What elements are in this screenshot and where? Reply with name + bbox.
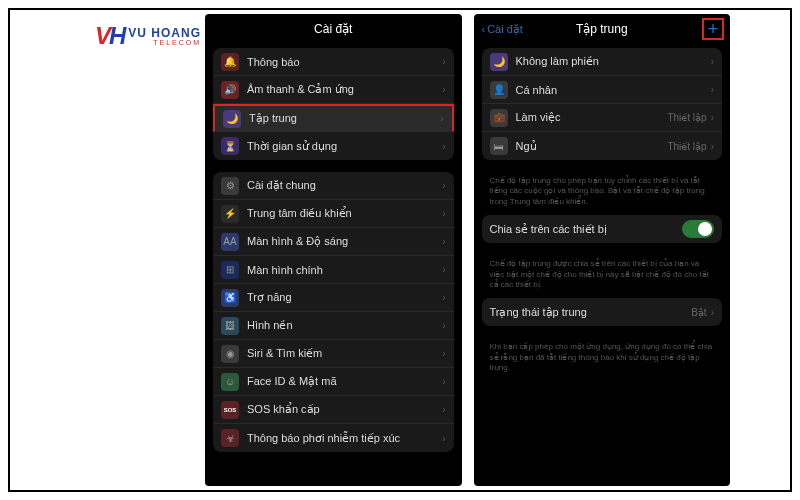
row-label: Không làm phiền <box>516 55 711 68</box>
row-label: Thông báo <box>247 56 442 68</box>
brand-logo: VH VU HOANG TELECOM <box>95 22 201 50</box>
row-icon: 🌙 <box>490 53 508 71</box>
add-button[interactable]: + <box>702 18 724 40</box>
status-row[interactable]: Trạng thái tập trung Bật › <box>482 298 723 326</box>
focus-header: ‹ Cài đặt Tập trung + <box>474 14 731 44</box>
logo-brand: VU HOANG <box>128 27 201 39</box>
row-icon: ⚡ <box>221 205 239 223</box>
settings-row[interactable]: ⚙Cài đặt chung› <box>213 172 454 200</box>
chevron-right-icon: › <box>442 208 445 219</box>
settings-row[interactable]: ☺Face ID & Mật mã› <box>213 368 454 396</box>
chevron-right-icon: › <box>442 236 445 247</box>
settings-screen: Cài đặt 🔔Thông báo›🔊Âm thanh & Cảm ứng›🌙… <box>205 14 462 486</box>
plus-icon: + <box>708 19 719 40</box>
page-title: Cài đặt <box>314 22 352 36</box>
share-row[interactable]: Chia sẻ trên các thiết bị <box>482 215 723 243</box>
settings-row[interactable]: 👤Cá nhân› <box>482 76 723 104</box>
chevron-right-icon: › <box>440 113 443 124</box>
row-label: Màn hình & Độ sáng <box>247 235 442 248</box>
status-description: Khi bạn cấp phép cho một ứng dụng, ứng d… <box>482 338 723 381</box>
row-icon: ⚙ <box>221 177 239 195</box>
settings-row[interactable]: 🔊Âm thanh & Cảm ứng› <box>213 76 454 104</box>
focus-description: Chế độ tập trung cho phép bạn tùy chỉnh … <box>482 172 723 215</box>
row-icon: ⏳ <box>221 137 239 155</box>
settings-row[interactable]: ⚡Trung tâm điều khiển› <box>213 200 454 228</box>
chevron-right-icon: › <box>711 307 714 318</box>
chevron-right-icon: › <box>442 292 445 303</box>
chevron-right-icon: › <box>442 433 445 444</box>
row-icon: 💼 <box>490 109 508 127</box>
status-value: Bật <box>691 307 706 318</box>
row-label: Tập trung <box>249 112 440 125</box>
focus-screen: ‹ Cài đặt Tập trung + 🌙Không làm phiền›👤… <box>474 14 731 486</box>
row-icon: 🖼 <box>221 317 239 335</box>
row-label: Ngủ <box>516 140 668 153</box>
chevron-right-icon: › <box>711 56 714 67</box>
status-label: Trạng thái tập trung <box>490 306 692 319</box>
chevron-right-icon: › <box>442 264 445 275</box>
settings-row[interactable]: 💼Làm việcThiết lập› <box>482 104 723 132</box>
logo-mark: VH <box>95 22 124 50</box>
row-icon: 🔊 <box>221 81 239 99</box>
row-label: Trung tâm điều khiển <box>247 207 442 220</box>
back-button[interactable]: ‹ Cài đặt <box>482 23 523 36</box>
row-icon: 🛏 <box>490 137 508 155</box>
row-label: Cá nhân <box>516 84 711 96</box>
row-icon: ◉ <box>221 345 239 363</box>
settings-row[interactable]: ♿Trợ năng› <box>213 284 454 312</box>
row-value: Thiết lập <box>667 112 706 123</box>
row-icon: 🌙 <box>223 110 241 128</box>
row-label: Trợ năng <box>247 291 442 304</box>
settings-header: Cài đặt <box>205 14 462 44</box>
row-value: Thiết lập <box>667 141 706 152</box>
chevron-right-icon: › <box>442 404 445 415</box>
settings-row[interactable]: ☣Thông báo phơi nhiễm tiếp xúc› <box>213 424 454 452</box>
settings-row[interactable]: 🔔Thông báo› <box>213 48 454 76</box>
row-label: Hình nền <box>247 319 442 332</box>
settings-row[interactable]: 🌙Không làm phiền› <box>482 48 723 76</box>
row-label: Thông báo phơi nhiễm tiếp xúc <box>247 432 442 445</box>
row-icon: ☺ <box>221 373 239 391</box>
row-label: Màn hình chính <box>247 264 442 276</box>
row-icon: 🔔 <box>221 53 239 71</box>
row-icon: AA <box>221 233 239 251</box>
row-label: Âm thanh & Cảm ứng <box>247 83 442 96</box>
settings-row[interactable]: ⏳Thời gian sử dụng› <box>213 132 454 160</box>
chevron-right-icon: › <box>442 141 445 152</box>
settings-row[interactable]: ◉Siri & Tìm kiếm› <box>213 340 454 368</box>
chevron-left-icon: ‹ <box>482 23 486 35</box>
row-label: Làm việc <box>516 111 668 124</box>
share-label: Chia sẻ trên các thiết bị <box>490 223 683 236</box>
chevron-right-icon: › <box>442 56 445 67</box>
chevron-right-icon: › <box>442 348 445 359</box>
row-icon: 👤 <box>490 81 508 99</box>
chevron-right-icon: › <box>442 320 445 331</box>
row-icon: SOS <box>221 401 239 419</box>
chevron-right-icon: › <box>711 112 714 123</box>
back-label: Cài đặt <box>487 23 523 36</box>
status-group: Trạng thái tập trung Bật › <box>482 298 723 326</box>
share-toggle[interactable] <box>682 220 714 238</box>
settings-row[interactable]: 🖼Hình nền› <box>213 312 454 340</box>
settings-row[interactable]: ⊞Màn hình chính› <box>213 256 454 284</box>
chevron-right-icon: › <box>442 84 445 95</box>
settings-group-1: 🔔Thông báo›🔊Âm thanh & Cảm ứng›🌙Tập trun… <box>213 48 454 160</box>
focus-modes-group: 🌙Không làm phiền›👤Cá nhân›💼Làm việcThiết… <box>482 48 723 160</box>
row-label: Thời gian sử dụng <box>247 140 442 153</box>
row-label: Cài đặt chung <box>247 179 442 192</box>
settings-row[interactable]: AAMàn hình & Độ sáng› <box>213 228 454 256</box>
chevron-right-icon: › <box>442 376 445 387</box>
settings-group-2: ⚙Cài đặt chung›⚡Trung tâm điều khiển›AAM… <box>213 172 454 452</box>
row-label: SOS khẩn cấp <box>247 403 442 416</box>
chevron-right-icon: › <box>442 180 445 191</box>
chevron-right-icon: › <box>711 84 714 95</box>
settings-row[interactable]: 🌙Tập trung› <box>213 104 454 132</box>
settings-row[interactable]: SOSSOS khẩn cấp› <box>213 396 454 424</box>
logo-sub: TELECOM <box>128 39 201 46</box>
row-icon: ♿ <box>221 289 239 307</box>
row-icon: ⊞ <box>221 261 239 279</box>
settings-row[interactable]: 🛏NgủThiết lập› <box>482 132 723 160</box>
row-label: Face ID & Mật mã <box>247 375 442 388</box>
row-icon: ☣ <box>221 429 239 447</box>
share-description: Chế độ tập trung được chia sẻ trên các t… <box>482 255 723 298</box>
